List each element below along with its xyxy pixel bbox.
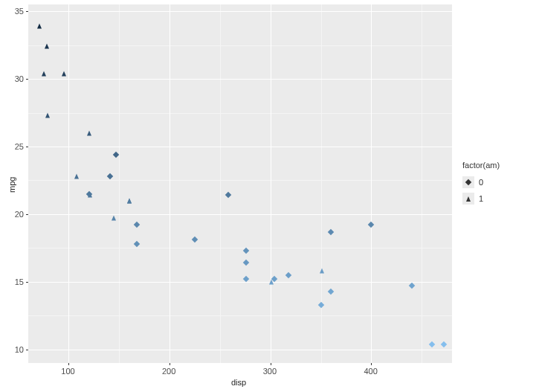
y-tick-label: 30 — [15, 74, 24, 83]
y-tick-label: 15 — [15, 277, 24, 286]
data-point — [106, 173, 112, 179]
data-point — [243, 248, 249, 254]
data-point — [37, 24, 42, 29]
data-point — [408, 283, 414, 289]
data-point — [225, 192, 230, 198]
data-point — [328, 288, 334, 294]
legend-title: factor(am) — [462, 161, 500, 170]
data-point — [429, 341, 435, 347]
data-point — [127, 198, 132, 203]
x-axis-title: disp — [231, 378, 246, 387]
data-point — [62, 71, 66, 76]
data-point — [112, 216, 116, 221]
triangle-icon — [466, 196, 471, 202]
data-point — [320, 269, 324, 274]
data-point — [285, 272, 291, 278]
x-tick-label: 100 — [61, 367, 74, 376]
data-point — [88, 193, 92, 198]
y-tick-label: 10 — [15, 345, 24, 354]
data-point — [134, 241, 140, 247]
data-point — [74, 173, 79, 179]
data-point — [441, 341, 447, 347]
data-point — [317, 302, 323, 308]
data-point — [368, 222, 374, 228]
data-point — [45, 44, 49, 49]
y-axis-title: mpg — [7, 177, 16, 193]
data-point — [192, 237, 198, 242]
data-point — [112, 152, 118, 158]
data-point — [87, 130, 91, 135]
legend-key-triangle — [462, 193, 474, 205]
legend-key-diamond — [462, 176, 474, 188]
data-point — [45, 113, 50, 118]
plot-panel — [28, 4, 452, 363]
legend-item-0: 0 — [462, 176, 500, 189]
y-tick-label: 35 — [15, 7, 24, 16]
legend: factor(am) 0 1 — [462, 161, 500, 208]
legend-label: 0 — [479, 178, 483, 187]
data-point — [243, 260, 249, 266]
y-tick-label: 20 — [15, 210, 24, 219]
scatter-chart: mpg disp factor(am) 0 1 1002003004001015… — [0, 0, 539, 392]
data-point — [328, 228, 334, 234]
x-tick-label: 200 — [162, 367, 175, 376]
x-tick-label: 300 — [263, 367, 277, 376]
data-point — [134, 222, 140, 228]
legend-item-1: 1 — [462, 192, 500, 205]
diamond-icon — [465, 179, 471, 185]
legend-label: 1 — [479, 194, 483, 203]
x-tick-label: 400 — [364, 367, 377, 376]
data-point — [42, 71, 46, 76]
y-tick-label: 25 — [15, 142, 24, 151]
